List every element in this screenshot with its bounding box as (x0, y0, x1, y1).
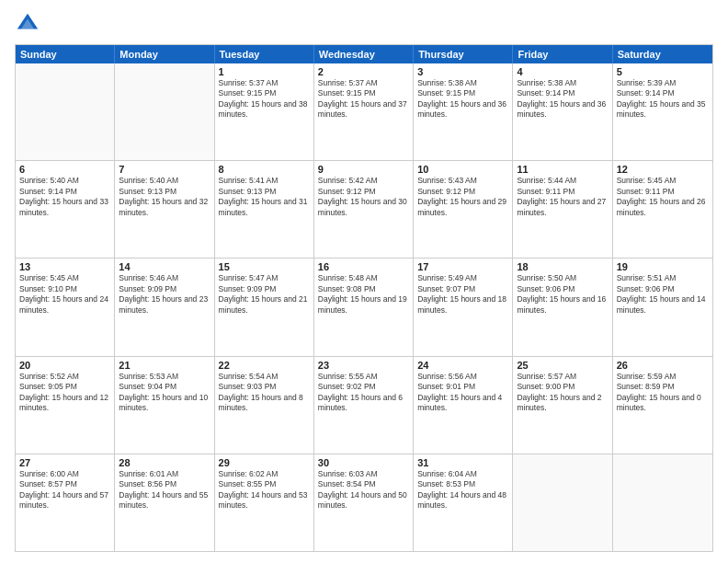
cell-detail: Sunrise: 5:49 AM Sunset: 9:07 PM Dayligh… (417, 273, 508, 316)
header-cell-wednesday: Wednesday (314, 45, 414, 63)
calendar-cell: 2Sunrise: 5:37 AM Sunset: 9:15 PM Daylig… (314, 63, 414, 160)
calendar-cell: 15Sunrise: 5:47 AM Sunset: 9:09 PM Dayli… (215, 259, 314, 355)
calendar-cell: 3Sunrise: 5:38 AM Sunset: 9:15 PM Daylig… (414, 63, 513, 160)
cell-detail: Sunrise: 5:57 AM Sunset: 9:00 PM Dayligh… (517, 372, 608, 414)
day-number: 4 (517, 66, 608, 77)
day-number: 21 (119, 360, 210, 371)
calendar-cell: 21Sunrise: 5:53 AM Sunset: 9:04 PM Dayli… (115, 357, 214, 454)
day-number: 26 (617, 360, 709, 371)
day-number: 22 (219, 360, 310, 371)
day-number: 31 (417, 457, 508, 468)
calendar-row-2: 13Sunrise: 5:45 AM Sunset: 9:10 PM Dayli… (16, 258, 712, 355)
calendar-cell: 8Sunrise: 5:41 AM Sunset: 9:13 PM Daylig… (215, 161, 314, 258)
calendar-cell: 24Sunrise: 5:56 AM Sunset: 9:01 PM Dayli… (414, 357, 513, 454)
calendar-cell: 11Sunrise: 5:44 AM Sunset: 9:11 PM Dayli… (513, 161, 612, 258)
day-number: 30 (318, 457, 409, 468)
day-number: 7 (119, 164, 210, 175)
cell-detail: Sunrise: 5:45 AM Sunset: 9:11 PM Dayligh… (617, 176, 709, 218)
header-cell-tuesday: Tuesday (215, 45, 314, 63)
cell-detail: Sunrise: 5:38 AM Sunset: 9:15 PM Dayligh… (417, 78, 508, 121)
header-cell-friday: Friday (513, 45, 612, 63)
day-number: 19 (617, 261, 709, 272)
cell-detail: Sunrise: 5:39 AM Sunset: 9:14 PM Dayligh… (617, 78, 709, 121)
day-number: 17 (417, 261, 508, 272)
day-number: 16 (318, 261, 409, 272)
cell-detail: Sunrise: 5:47 AM Sunset: 9:09 PM Dayligh… (219, 273, 310, 316)
calendar-cell: 17Sunrise: 5:49 AM Sunset: 9:07 PM Dayli… (414, 259, 513, 355)
header-cell-monday: Monday (115, 45, 214, 63)
header (15, 11, 713, 37)
calendar-header-row: SundayMondayTuesdayWednesdayThursdayFrid… (16, 45, 712, 63)
cell-detail: Sunrise: 5:38 AM Sunset: 9:14 PM Dayligh… (517, 78, 608, 121)
cell-detail: Sunrise: 5:40 AM Sunset: 9:14 PM Dayligh… (19, 176, 110, 218)
cell-detail: Sunrise: 5:40 AM Sunset: 9:13 PM Dayligh… (119, 176, 210, 218)
calendar-cell: 18Sunrise: 5:50 AM Sunset: 9:06 PM Dayli… (513, 259, 612, 355)
cell-detail: Sunrise: 5:41 AM Sunset: 9:13 PM Dayligh… (219, 176, 310, 218)
calendar-cell: 19Sunrise: 5:51 AM Sunset: 9:06 PM Dayli… (613, 259, 712, 355)
calendar-cell: 31Sunrise: 6:04 AM Sunset: 8:53 PM Dayli… (414, 454, 513, 551)
calendar-cell: 29Sunrise: 6:02 AM Sunset: 8:55 PM Dayli… (215, 454, 314, 551)
cell-detail: Sunrise: 5:55 AM Sunset: 9:02 PM Dayligh… (318, 372, 409, 414)
calendar-cell (16, 63, 115, 160)
day-number: 29 (219, 457, 310, 468)
calendar-cell: 16Sunrise: 5:48 AM Sunset: 9:08 PM Dayli… (314, 259, 414, 355)
cell-detail: Sunrise: 5:56 AM Sunset: 9:01 PM Dayligh… (417, 372, 508, 414)
cell-detail: Sunrise: 5:59 AM Sunset: 8:59 PM Dayligh… (617, 372, 709, 414)
calendar-cell: 27Sunrise: 6:00 AM Sunset: 8:57 PM Dayli… (16, 454, 115, 551)
cell-detail: Sunrise: 5:54 AM Sunset: 9:03 PM Dayligh… (219, 372, 310, 414)
calendar-body: 1Sunrise: 5:37 AM Sunset: 9:15 PM Daylig… (16, 63, 712, 551)
calendar-cell: 25Sunrise: 5:57 AM Sunset: 9:00 PM Dayli… (513, 357, 612, 454)
calendar-cell: 7Sunrise: 5:40 AM Sunset: 9:13 PM Daylig… (115, 161, 214, 258)
day-number: 1 (219, 66, 310, 77)
cell-detail: Sunrise: 5:51 AM Sunset: 9:06 PM Dayligh… (617, 273, 709, 316)
calendar-cell: 1Sunrise: 5:37 AM Sunset: 9:15 PM Daylig… (215, 63, 314, 160)
day-number: 25 (517, 360, 608, 371)
day-number: 8 (219, 164, 310, 175)
logo-icon (15, 11, 40, 37)
calendar-row-1: 6Sunrise: 5:40 AM Sunset: 9:14 PM Daylig… (16, 160, 712, 258)
calendar-cell (613, 454, 712, 551)
cell-detail: Sunrise: 5:50 AM Sunset: 9:06 PM Dayligh… (517, 273, 608, 316)
calendar: SundayMondayTuesdayWednesdayThursdayFrid… (15, 44, 713, 552)
calendar-cell: 9Sunrise: 5:42 AM Sunset: 9:12 PM Daylig… (314, 161, 414, 258)
day-number: 10 (417, 164, 508, 175)
cell-detail: Sunrise: 5:42 AM Sunset: 9:12 PM Dayligh… (318, 176, 409, 218)
cell-detail: Sunrise: 5:53 AM Sunset: 9:04 PM Dayligh… (119, 372, 210, 414)
day-number: 27 (19, 457, 110, 468)
day-number: 3 (417, 66, 508, 77)
header-cell-sunday: Sunday (16, 45, 115, 63)
calendar-row-0: 1Sunrise: 5:37 AM Sunset: 9:15 PM Daylig… (16, 63, 712, 160)
page: SundayMondayTuesdayWednesdayThursdayFrid… (0, 0, 728, 563)
cell-detail: Sunrise: 5:46 AM Sunset: 9:09 PM Dayligh… (119, 273, 210, 316)
cell-detail: Sunrise: 5:44 AM Sunset: 9:11 PM Dayligh… (517, 176, 608, 218)
calendar-cell: 10Sunrise: 5:43 AM Sunset: 9:12 PM Dayli… (414, 161, 513, 258)
cell-detail: Sunrise: 6:02 AM Sunset: 8:55 PM Dayligh… (219, 469, 310, 511)
day-number: 18 (517, 261, 608, 272)
header-cell-thursday: Thursday (414, 45, 513, 63)
calendar-cell: 12Sunrise: 5:45 AM Sunset: 9:11 PM Dayli… (613, 161, 712, 258)
calendar-cell (115, 63, 214, 160)
calendar-cell: 20Sunrise: 5:52 AM Sunset: 9:05 PM Dayli… (16, 357, 115, 454)
calendar-row-3: 20Sunrise: 5:52 AM Sunset: 9:05 PM Dayli… (16, 356, 712, 454)
calendar-cell: 6Sunrise: 5:40 AM Sunset: 9:14 PM Daylig… (16, 161, 115, 258)
calendar-cell (513, 454, 612, 551)
calendar-cell: 30Sunrise: 6:03 AM Sunset: 8:54 PM Dayli… (314, 454, 414, 551)
calendar-cell: 14Sunrise: 5:46 AM Sunset: 9:09 PM Dayli… (115, 259, 214, 355)
calendar-cell: 22Sunrise: 5:54 AM Sunset: 9:03 PM Dayli… (215, 357, 314, 454)
header-cell-saturday: Saturday (613, 45, 712, 63)
calendar-cell: 4Sunrise: 5:38 AM Sunset: 9:14 PM Daylig… (513, 63, 612, 160)
day-number: 2 (318, 66, 409, 77)
calendar-cell: 28Sunrise: 6:01 AM Sunset: 8:56 PM Dayli… (115, 454, 214, 551)
cell-detail: Sunrise: 5:52 AM Sunset: 9:05 PM Dayligh… (19, 372, 110, 414)
day-number: 23 (318, 360, 409, 371)
day-number: 11 (517, 164, 608, 175)
day-number: 14 (119, 261, 210, 272)
cell-detail: Sunrise: 6:04 AM Sunset: 8:53 PM Dayligh… (417, 469, 508, 511)
day-number: 24 (417, 360, 508, 371)
cell-detail: Sunrise: 5:43 AM Sunset: 9:12 PM Dayligh… (417, 176, 508, 218)
cell-detail: Sunrise: 6:03 AM Sunset: 8:54 PM Dayligh… (318, 469, 409, 511)
day-number: 15 (219, 261, 310, 272)
cell-detail: Sunrise: 5:45 AM Sunset: 9:10 PM Dayligh… (19, 273, 110, 316)
cell-detail: Sunrise: 5:48 AM Sunset: 9:08 PM Dayligh… (318, 273, 409, 316)
calendar-cell: 23Sunrise: 5:55 AM Sunset: 9:02 PM Dayli… (314, 357, 414, 454)
